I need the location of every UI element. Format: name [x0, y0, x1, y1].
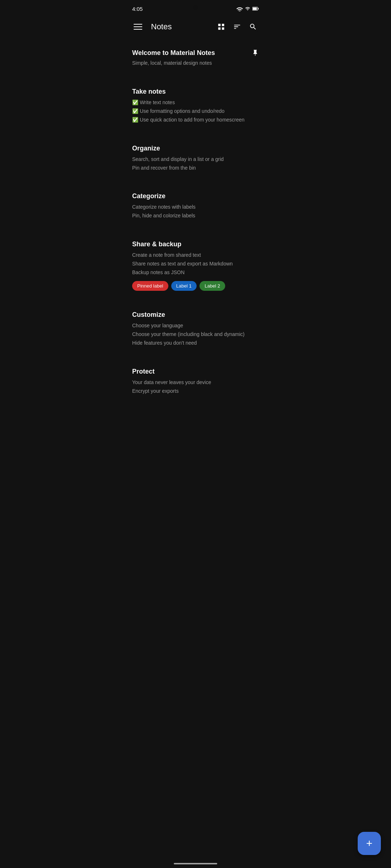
- status-icons: [236, 6, 259, 11]
- section-take-notes[interactable]: Take notes ✅ Write text notes ✅ Use form…: [132, 82, 259, 130]
- divider-4: [132, 226, 259, 235]
- section-heading-customize: Customize: [132, 311, 259, 319]
- signal-icon: [245, 6, 250, 11]
- pin-icon: [252, 49, 259, 58]
- divider-6: [132, 353, 259, 362]
- section-body-categorize: Categorize notes with labels Pin, hide a…: [132, 203, 259, 220]
- section-body-share-backup: Create a note from shared text Share not…: [132, 251, 259, 277]
- section-heading-take-notes: Take notes: [132, 88, 259, 95]
- divider-5: [132, 297, 259, 305]
- label-chip-2[interactable]: Label 2: [199, 281, 225, 291]
- section-categorize[interactable]: Categorize Categorize notes with labels …: [132, 187, 259, 226]
- menu-icon: [134, 24, 142, 30]
- search-button[interactable]: [246, 20, 260, 34]
- svg-rect-1: [258, 8, 258, 10]
- label-chip-1[interactable]: Label 1: [171, 281, 197, 291]
- divider-2: [132, 130, 259, 139]
- svg-rect-2: [253, 8, 257, 10]
- divider-1: [132, 73, 259, 82]
- sort-icon: [233, 23, 241, 31]
- section-customize[interactable]: Customize Choose your language Choose yo…: [132, 305, 259, 353]
- label-chip-pinned[interactable]: Pinned label: [132, 281, 168, 291]
- note-title-welcome: Welcome to Material Notes: [132, 49, 259, 57]
- search-icon: [249, 23, 257, 31]
- camera-dot: [193, 5, 198, 9]
- section-heading-organize: Organize: [132, 145, 259, 152]
- section-heading-protect: Protect: [132, 368, 259, 375]
- app-bar: Notes: [125, 16, 266, 38]
- battery-icon: [252, 6, 259, 11]
- labels-row: Pinned label Label 1 Label 2: [132, 281, 259, 291]
- section-protect[interactable]: Protect Your data never leaves your devi…: [132, 362, 259, 401]
- app-bar-actions: [214, 20, 260, 34]
- app-title: Notes: [151, 22, 214, 31]
- section-body-organize: Search, sort and display in a list or a …: [132, 155, 259, 173]
- wifi-icon: [236, 6, 243, 11]
- section-body-protect: Your data never leaves your device Encry…: [132, 378, 259, 396]
- notes-content: Welcome to Material Notes Simple, local,…: [125, 38, 266, 437]
- section-heading-share-backup: Share & backup: [132, 241, 259, 248]
- section-share-backup[interactable]: Share & backup Create a note from shared…: [132, 235, 259, 297]
- note-card-welcome[interactable]: Welcome to Material Notes Simple, local,…: [132, 43, 259, 73]
- note-body-welcome: Simple, local, material design notes: [132, 59, 259, 67]
- section-organize[interactable]: Organize Search, sort and display in a l…: [132, 139, 259, 178]
- grid-view-icon: [217, 23, 225, 31]
- status-bar: 4:05: [125, 0, 266, 16]
- section-heading-categorize: Categorize: [132, 192, 259, 200]
- status-time: 4:05: [132, 6, 143, 12]
- menu-button[interactable]: [131, 20, 145, 34]
- divider-3: [132, 178, 259, 187]
- section-body-take-notes: ✅ Write text notes ✅ Use formatting opti…: [132, 98, 259, 124]
- sort-button[interactable]: [230, 20, 244, 34]
- section-body-customize: Choose your language Choose your theme (…: [132, 322, 259, 347]
- grid-view-button[interactable]: [214, 20, 228, 34]
